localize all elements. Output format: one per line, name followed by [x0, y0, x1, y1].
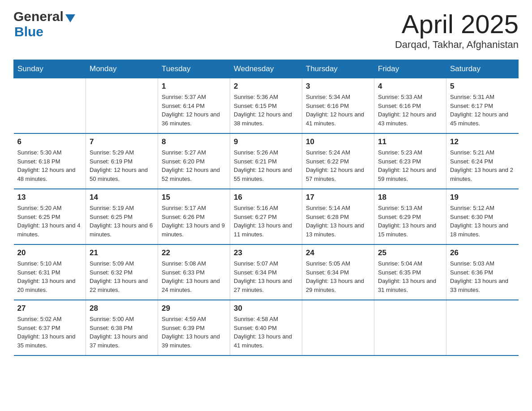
header-friday: Friday [374, 60, 446, 78]
day-cell: 21Sunrise: 5:09 AMSunset: 6:32 PMDayligh… [86, 244, 158, 300]
day-cell [14, 78, 86, 134]
calendar-table: SundayMondayTuesdayWednesdayThursdayFrid… [13, 60, 519, 356]
day-number: 19 [450, 193, 515, 202]
day-info: Sunrise: 4:59 AMSunset: 6:39 PMDaylight:… [162, 315, 226, 350]
day-number: 29 [162, 304, 226, 313]
day-cell: 7Sunrise: 5:29 AMSunset: 6:19 PMDaylight… [86, 133, 158, 189]
day-info: Sunrise: 5:05 AMSunset: 6:34 PMDaylight:… [306, 259, 370, 294]
day-number: 13 [17, 193, 82, 202]
day-cell: 24Sunrise: 5:05 AMSunset: 6:34 PMDayligh… [302, 244, 374, 300]
location-title: Darqad, Takhar, Afghanistan [395, 39, 519, 51]
day-info: Sunrise: 5:19 AMSunset: 6:25 PMDaylight:… [90, 204, 154, 239]
day-cell: 9Sunrise: 5:26 AMSunset: 6:21 PMDaylight… [230, 133, 302, 189]
day-number: 16 [234, 193, 298, 202]
day-number: 17 [306, 193, 370, 202]
day-number: 4 [378, 82, 442, 91]
day-cell: 2Sunrise: 5:36 AMSunset: 6:15 PMDaylight… [230, 78, 302, 134]
day-cell [86, 78, 158, 134]
day-cell: 22Sunrise: 5:08 AMSunset: 6:33 PMDayligh… [158, 244, 230, 300]
day-cell: 8Sunrise: 5:27 AMSunset: 6:20 PMDaylight… [158, 133, 230, 189]
day-number: 22 [162, 248, 226, 257]
day-info: Sunrise: 5:13 AMSunset: 6:29 PMDaylight:… [378, 204, 442, 239]
day-info: Sunrise: 5:08 AMSunset: 6:33 PMDaylight:… [162, 259, 226, 294]
day-number: 12 [450, 137, 515, 146]
day-info: Sunrise: 5:36 AMSunset: 6:15 PMDaylight:… [234, 93, 298, 128]
day-info: Sunrise: 5:02 AMSunset: 6:37 PMDaylight:… [17, 315, 82, 350]
day-number: 8 [162, 137, 226, 146]
day-number: 9 [234, 137, 298, 146]
day-number: 3 [306, 82, 370, 91]
day-number: 6 [17, 137, 82, 146]
day-number: 5 [450, 82, 515, 91]
day-cell: 20Sunrise: 5:10 AMSunset: 6:31 PMDayligh… [14, 244, 86, 300]
day-cell: 12Sunrise: 5:21 AMSunset: 6:24 PMDayligh… [446, 133, 519, 189]
logo-arrow-icon [65, 14, 75, 22]
day-cell: 25Sunrise: 5:04 AMSunset: 6:35 PMDayligh… [374, 244, 446, 300]
day-info: Sunrise: 5:33 AMSunset: 6:16 PMDaylight:… [378, 93, 442, 128]
day-info: Sunrise: 5:09 AMSunset: 6:32 PMDaylight:… [90, 259, 154, 294]
page-header: General Blue April 2025 Darqad, Takhar, … [13, 9, 519, 51]
day-number: 28 [90, 304, 154, 313]
day-cell: 17Sunrise: 5:14 AMSunset: 6:28 PMDayligh… [302, 189, 374, 244]
day-cell: 18Sunrise: 5:13 AMSunset: 6:29 PMDayligh… [374, 189, 446, 244]
day-cell: 19Sunrise: 5:12 AMSunset: 6:30 PMDayligh… [446, 189, 519, 244]
day-info: Sunrise: 5:00 AMSunset: 6:38 PMDaylight:… [90, 315, 154, 350]
day-cell: 27Sunrise: 5:02 AMSunset: 6:37 PMDayligh… [14, 300, 86, 355]
logo-general-text: General [13, 9, 64, 24]
day-info: Sunrise: 5:24 AMSunset: 6:22 PMDaylight:… [306, 148, 370, 183]
day-number: 18 [378, 193, 442, 202]
day-info: Sunrise: 5:16 AMSunset: 6:27 PMDaylight:… [234, 204, 298, 239]
day-cell: 13Sunrise: 5:20 AMSunset: 6:25 PMDayligh… [14, 189, 86, 244]
day-cell: 30Sunrise: 4:58 AMSunset: 6:40 PMDayligh… [230, 300, 302, 355]
week-row-2: 13Sunrise: 5:20 AMSunset: 6:25 PMDayligh… [14, 189, 519, 244]
day-number: 15 [162, 193, 226, 202]
day-info: Sunrise: 5:37 AMSunset: 6:14 PMDaylight:… [162, 93, 226, 128]
day-cell: 5Sunrise: 5:31 AMSunset: 6:17 PMDaylight… [446, 78, 519, 134]
day-number: 2 [234, 82, 298, 91]
day-number: 23 [234, 248, 298, 257]
day-info: Sunrise: 5:10 AMSunset: 6:31 PMDaylight:… [17, 259, 82, 294]
day-info: Sunrise: 5:21 AMSunset: 6:24 PMDaylight:… [450, 148, 515, 183]
day-cell: 26Sunrise: 5:03 AMSunset: 6:36 PMDayligh… [446, 244, 519, 300]
day-cell [446, 300, 519, 355]
day-number: 26 [450, 248, 515, 257]
day-number: 21 [90, 248, 154, 257]
day-cell: 6Sunrise: 5:30 AMSunset: 6:18 PMDaylight… [14, 133, 86, 189]
week-row-3: 20Sunrise: 5:10 AMSunset: 6:31 PMDayligh… [14, 244, 519, 300]
day-info: Sunrise: 5:30 AMSunset: 6:18 PMDaylight:… [17, 148, 82, 183]
logo: General Blue [13, 9, 75, 39]
day-info: Sunrise: 4:58 AMSunset: 6:40 PMDaylight:… [234, 315, 298, 350]
header-monday: Monday [86, 60, 158, 78]
day-info: Sunrise: 5:20 AMSunset: 6:25 PMDaylight:… [17, 204, 82, 239]
header-saturday: Saturday [446, 60, 519, 78]
day-number: 7 [90, 137, 154, 146]
day-info: Sunrise: 5:26 AMSunset: 6:21 PMDaylight:… [234, 148, 298, 183]
day-number: 1 [162, 82, 226, 91]
day-info: Sunrise: 5:17 AMSunset: 6:26 PMDaylight:… [162, 204, 226, 239]
week-row-1: 6Sunrise: 5:30 AMSunset: 6:18 PMDaylight… [14, 133, 519, 189]
day-info: Sunrise: 5:34 AMSunset: 6:16 PMDaylight:… [306, 93, 370, 128]
day-cell: 29Sunrise: 4:59 AMSunset: 6:39 PMDayligh… [158, 300, 230, 355]
header-tuesday: Tuesday [158, 60, 230, 78]
day-number: 14 [90, 193, 154, 202]
day-number: 11 [378, 137, 442, 146]
title-section: April 2025 Darqad, Takhar, Afghanistan [395, 9, 519, 51]
day-info: Sunrise: 5:23 AMSunset: 6:23 PMDaylight:… [378, 148, 442, 183]
header-thursday: Thursday [302, 60, 374, 78]
calendar-header-row: SundayMondayTuesdayWednesdayThursdayFrid… [14, 60, 519, 78]
day-info: Sunrise: 5:31 AMSunset: 6:17 PMDaylight:… [450, 93, 515, 128]
day-number: 30 [234, 304, 298, 313]
day-cell: 11Sunrise: 5:23 AMSunset: 6:23 PMDayligh… [374, 133, 446, 189]
day-number: 20 [17, 248, 82, 257]
day-cell: 4Sunrise: 5:33 AMSunset: 6:16 PMDaylight… [374, 78, 446, 134]
day-cell: 23Sunrise: 5:07 AMSunset: 6:34 PMDayligh… [230, 244, 302, 300]
day-info: Sunrise: 5:29 AMSunset: 6:19 PMDaylight:… [90, 148, 154, 183]
week-row-4: 27Sunrise: 5:02 AMSunset: 6:37 PMDayligh… [14, 300, 519, 355]
week-row-0: 1Sunrise: 5:37 AMSunset: 6:14 PMDaylight… [14, 78, 519, 134]
day-cell [374, 300, 446, 355]
logo-blue-text: Blue [14, 24, 43, 39]
day-number: 25 [378, 248, 442, 257]
header-sunday: Sunday [14, 60, 86, 78]
day-info: Sunrise: 5:04 AMSunset: 6:35 PMDaylight:… [378, 259, 442, 294]
day-number: 10 [306, 137, 370, 146]
